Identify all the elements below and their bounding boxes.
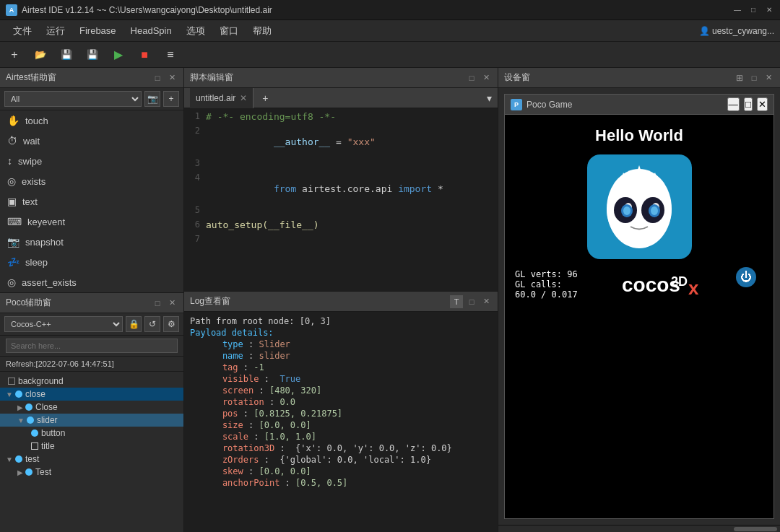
menu-help[interactable]: 帮助	[246, 22, 279, 40]
tree-icon-close	[15, 391, 22, 398]
svg-text:2D: 2D	[671, 274, 688, 289]
sleep-icon: 💤	[7, 256, 20, 268]
log-t-btn[interactable]: T	[450, 295, 463, 308]
maximize-button[interactable]: □	[748, 5, 758, 15]
device-extra-btn[interactable]: ⊞	[734, 72, 745, 84]
sleep-label: sleep	[25, 257, 48, 268]
menu-firebase[interactable]: Firebase	[72, 22, 124, 39]
run-button[interactable]: ▶	[110, 46, 127, 64]
airtest-item-wait[interactable]: ⏱ wait	[0, 131, 183, 151]
log-entry-screen: screen : [480, 320]	[190, 385, 492, 396]
scrollbar-thumb[interactable]	[734, 527, 777, 531]
new-file-button[interactable]: +	[6, 46, 23, 64]
airtest-filter-select[interactable]: All	[4, 91, 142, 107]
airtest-item-exists[interactable]: ◎ exists	[0, 171, 183, 191]
open-file-button[interactable]: 📂	[32, 46, 49, 64]
code-editor[interactable]: 1 # -*- encoding=utf8 -*- 2 __author__ =…	[184, 108, 498, 291]
menu-window[interactable]: 窗口	[212, 22, 246, 40]
airtest-add-btn[interactable]: +	[163, 91, 179, 107]
report-button[interactable]: ≡	[162, 46, 179, 64]
poco-settings-btn[interactable]: ⚙	[163, 316, 179, 332]
device-close-btn[interactable]: ✕	[763, 72, 774, 84]
tree-item-close[interactable]: ▼ close	[0, 388, 183, 401]
airtest-item-swipe[interactable]: ↕ swipe	[0, 151, 183, 171]
tab-menu-button[interactable]: ▾	[480, 90, 498, 107]
poco-panel-close[interactable]: ✕	[166, 297, 178, 309]
log-section: Log查看窗 T □ ✕ Path from root node: [0, 3]…	[184, 292, 498, 532]
tree-item-test[interactable]: ▼ test	[0, 453, 183, 466]
poco-game-maximize[interactable]: □	[744, 97, 753, 111]
poco-lock-btn[interactable]: 🔒	[126, 316, 142, 332]
airtest-item-assert-exists[interactable]: ◎ assert_exists	[0, 272, 183, 292]
log-entry-anchor: anchorPoint : [0.5, 0.5]	[190, 478, 492, 488]
gl-verts-value: 96	[567, 269, 577, 279]
tree-item-button[interactable]: button	[0, 427, 183, 440]
code-line-6: 6 auto_setup(__file__)	[184, 219, 498, 234]
editor-section: 脚本编辑窗 □ ✕ untitled.air ✕ + ▾ 1 # -*- enc…	[184, 68, 498, 292]
tree-label-slider: slider	[37, 415, 58, 425]
poco-panel-float[interactable]: □	[152, 297, 163, 309]
airtest-items-list: ✋ touch ⏱ wait ↕ swipe ◎ exists ▣ text	[0, 110, 183, 292]
airtest-camera-btn[interactable]: 📷	[144, 91, 160, 107]
log-close-btn[interactable]: ✕	[480, 296, 492, 308]
log-entry-tag: tag : -1	[190, 362, 492, 372]
gl-verts-line: GL verts: 96	[515, 269, 578, 279]
poco-game-close[interactable]: ✕	[757, 97, 768, 111]
poco-refresh-btn[interactable]: ↺	[144, 316, 160, 332]
exists-icon: ◎	[7, 175, 16, 187]
power-button[interactable]: ⏻	[736, 267, 756, 287]
save-button[interactable]: 💾	[58, 46, 75, 64]
airtest-item-sleep[interactable]: 💤 sleep	[0, 252, 183, 272]
assert-exists-label: assert_exists	[22, 277, 77, 288]
airtest-panel: Airtest辅助窗 □ ✕ All 📷 + ✋ touch ⏱	[0, 68, 183, 292]
new-tab-button[interactable]: +	[256, 90, 274, 107]
device-scrollbar[interactable]	[498, 525, 780, 532]
code-line-4: 4 from airtest.core.api import *	[184, 173, 498, 205]
editor-tab-untitled[interactable]: untitled.air ✕	[190, 88, 254, 108]
tree-arrow-slider: ▼	[17, 417, 25, 424]
editor-float-btn[interactable]: □	[466, 72, 477, 84]
close-button[interactable]: ✕	[764, 5, 774, 15]
airtest-panel-float[interactable]: □	[152, 72, 163, 84]
swipe-icon: ↕	[7, 155, 12, 167]
poco-device-select[interactable]: Cocos-C++	[4, 316, 123, 332]
poco-tree[interactable]: background ▼ close ▶ Close ▼	[0, 372, 183, 532]
tree-item-test-child[interactable]: ▶ Test	[0, 466, 183, 479]
menu-headspin[interactable]: HeadSpin	[124, 22, 179, 39]
tree-label-close: close	[25, 389, 46, 399]
tree-arrow-test: ▼	[6, 455, 13, 463]
window-controls: — □ ✕	[732, 5, 774, 15]
poco-panel: Poco辅助窗 □ ✕ Cocos-C++ 🔒 ↺ ⚙ Refresh:[202…	[0, 292, 183, 532]
poco-toolbar: Cocos-C++ 🔒 ↺ ⚙	[0, 313, 183, 336]
save-all-button[interactable]: 💾	[84, 46, 101, 64]
cocos-logo: cocos 2D x	[620, 271, 700, 297]
airtest-item-touch[interactable]: ✋ touch	[0, 110, 183, 131]
stop-button[interactable]: ■	[136, 46, 153, 64]
tree-item-close-child[interactable]: ▶ Close	[0, 401, 183, 414]
device-float-btn[interactable]: □	[748, 72, 760, 84]
poco-panel-title: Poco辅助窗	[6, 297, 152, 309]
airtest-item-keyevent[interactable]: ⌨ keyevent	[0, 212, 183, 232]
text-label: text	[22, 196, 38, 207]
tree-item-background[interactable]: background	[0, 375, 183, 388]
user-area: 👤 uestc_cywang...	[699, 26, 774, 36]
tab-close-btn[interactable]: ✕	[240, 93, 247, 103]
menu-options[interactable]: 选项	[179, 22, 212, 40]
airtest-panel-close[interactable]: ✕	[166, 72, 178, 84]
tree-item-slider[interactable]: ▼ slider	[0, 414, 183, 427]
poco-search-input[interactable]	[6, 339, 178, 353]
airtest-item-text[interactable]: ▣ text	[0, 191, 183, 212]
title-bar: A Airtest IDE v1.2.14 ~~ C:\Users\wangca…	[0, 0, 780, 20]
menu-run[interactable]: 运行	[39, 22, 72, 40]
airtest-item-snapshot[interactable]: 📷 snapshot	[0, 232, 183, 252]
tree-label-test-child: Test	[35, 467, 51, 477]
poco-game-minimize[interactable]: —	[727, 97, 740, 111]
minimize-button[interactable]: —	[732, 5, 742, 15]
tree-icon-test	[15, 455, 22, 463]
editor-close-btn[interactable]: ✕	[480, 72, 492, 84]
log-float-btn[interactable]: □	[466, 296, 477, 308]
gl-info: GL verts: 96 GL calls: 60.0 / 0.017	[515, 269, 578, 300]
svg-point-9	[651, 206, 658, 215]
tree-item-title[interactable]: title	[0, 440, 183, 453]
menu-file[interactable]: 文件	[6, 22, 39, 40]
